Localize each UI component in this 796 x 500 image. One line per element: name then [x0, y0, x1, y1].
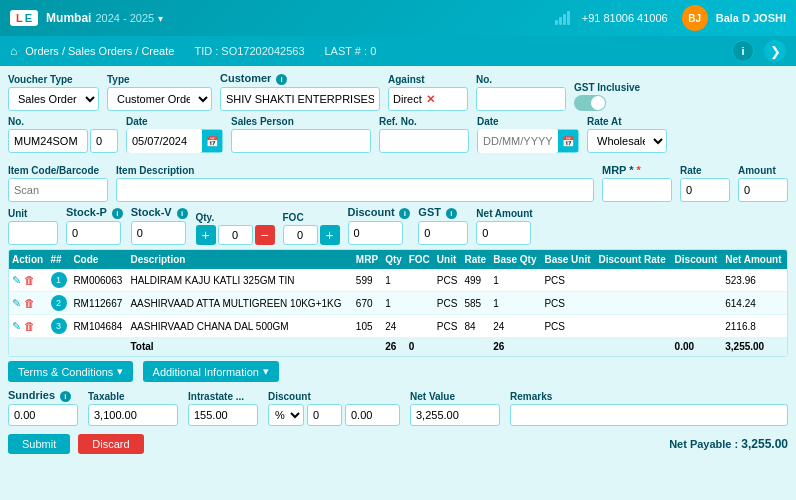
cell-foc	[406, 315, 434, 338]
help-button[interactable]: i	[732, 40, 754, 62]
col-desc: Description	[127, 250, 352, 269]
gst-inclusive-toggle[interactable]	[574, 95, 640, 111]
ref-no-label: Ref. No.	[379, 116, 469, 127]
item-desc-input[interactable]	[116, 178, 594, 202]
additional-label: Additional Information	[153, 366, 259, 378]
edit-button[interactable]: ✎	[12, 274, 21, 287]
cell-base-qty: 26	[490, 338, 541, 356]
calendar-icon[interactable]: 📅	[202, 130, 222, 152]
remarks-label: Remarks	[510, 391, 788, 402]
delete-button[interactable]: 🗑	[24, 274, 35, 286]
stock-p-info-icon[interactable]: i	[112, 208, 123, 219]
gst-info-icon[interactable]: i	[446, 208, 457, 219]
ref-no-input[interactable]	[379, 129, 469, 153]
item-row-area: Item Code/Barcode 🔍 Item Description MRP…	[0, 164, 796, 202]
intrastate-input[interactable]	[188, 404, 258, 426]
col-qty: Qty	[382, 250, 406, 269]
sales-person-input[interactable]	[232, 130, 371, 152]
sundries-input[interactable]	[8, 404, 78, 426]
type-select[interactable]: Customer Order	[107, 87, 212, 111]
cell-base-unit: PCS	[541, 315, 595, 338]
calendar2-icon[interactable]: 📅	[558, 130, 578, 152]
next-button[interactable]: ❯	[764, 40, 786, 62]
cell-foc	[406, 292, 434, 315]
form-area: Voucher Type Sales Order Type Customer O…	[0, 66, 796, 164]
cell-base-unit	[541, 338, 595, 356]
date2-field[interactable]	[478, 129, 558, 153]
discount-num-input[interactable]	[307, 404, 342, 426]
remarks-input[interactable]	[510, 404, 788, 426]
stock-p-input[interactable]	[66, 221, 121, 245]
edit-button[interactable]: ✎	[12, 297, 21, 310]
stock-v-input[interactable]	[131, 221, 186, 245]
against-label: Against	[388, 74, 468, 85]
branch-chevron-icon[interactable]: ▾	[158, 13, 163, 24]
discount-info-icon[interactable]: i	[399, 208, 410, 219]
amount-input[interactable]	[738, 178, 788, 202]
against-select[interactable]: Direct ✕	[388, 87, 468, 111]
home-icon[interactable]: ⌂	[10, 44, 17, 58]
mrp-input[interactable]	[603, 179, 672, 201]
additional-info-button[interactable]: Additional Information ▾	[143, 361, 279, 382]
voucher-type-group: Voucher Type Sales Order	[8, 74, 99, 111]
gst-item-input[interactable]	[418, 221, 468, 245]
cell-unit	[434, 338, 462, 356]
gst-item-group: GST i	[418, 206, 468, 245]
taxable-group: Taxable	[88, 391, 178, 426]
rate-input[interactable]	[680, 178, 730, 202]
scan-input[interactable]	[9, 179, 108, 201]
cell-base-qty: 1	[490, 292, 541, 315]
discount-item-input[interactable]	[348, 221, 403, 245]
row-number: 2	[51, 295, 67, 311]
no2-input[interactable]	[8, 129, 88, 153]
terms-conditions-button[interactable]: Terms & Conditions ▾	[8, 361, 133, 382]
intrastate-label: Intrastate ...	[188, 391, 258, 402]
delete-button[interactable]: 🗑	[24, 320, 35, 332]
no2-num-input[interactable]	[90, 129, 118, 153]
unit-input[interactable]	[8, 221, 58, 245]
table-row: Total 26 0 26 0.00 3,255.00	[9, 338, 787, 356]
delete-button[interactable]: 🗑	[24, 297, 35, 309]
customer-input[interactable]	[220, 87, 380, 111]
qty-minus-button[interactable]: −	[255, 225, 275, 245]
net-amount-item-input[interactable]	[476, 221, 531, 245]
net-value-input[interactable]	[410, 404, 500, 426]
foc-input[interactable]	[283, 225, 318, 245]
qty-input[interactable]	[218, 225, 253, 245]
col-foc: FOC	[406, 250, 434, 269]
rate-at-select[interactable]: Wholesale	[587, 129, 667, 153]
discount-group: Discount % ₹	[268, 391, 400, 426]
sundries-info-icon[interactable]: i	[60, 391, 71, 402]
submit-button[interactable]: Submit	[8, 434, 70, 454]
item-desc-label: Item Description	[116, 165, 594, 176]
items-table: Action ## Code Description MRP Qty FOC U…	[9, 250, 787, 356]
user-name: Bala D JOSHI	[716, 12, 786, 24]
cell-rate	[461, 338, 490, 356]
item-code-label: Item Code/Barcode	[8, 165, 108, 176]
taxable-input[interactable]	[88, 404, 178, 426]
no-input[interactable]	[477, 88, 566, 110]
discard-button[interactable]: Discard	[78, 434, 143, 454]
discount-type-select[interactable]: % ₹	[268, 404, 304, 426]
edit-button[interactable]: ✎	[12, 320, 21, 333]
stock-v-info-icon[interactable]: i	[177, 208, 188, 219]
cell-foc: 0	[406, 338, 434, 356]
taxable-label: Taxable	[88, 391, 178, 402]
date-label: Date	[126, 116, 223, 127]
against-clear-icon[interactable]: ✕	[426, 93, 435, 106]
type-group: Type Customer Order	[107, 74, 212, 111]
foc-label: FOC	[283, 212, 340, 223]
voucher-type-select[interactable]: Sales Order	[8, 87, 99, 111]
date-field[interactable]	[127, 129, 202, 153]
date-input[interactable]: 📅	[126, 129, 223, 153]
qty-plus-button[interactable]: +	[196, 225, 216, 245]
cell-num: 1	[48, 269, 71, 292]
discount-value-input[interactable]	[345, 404, 400, 426]
cell-qty: 1	[382, 269, 406, 292]
voucher-type-label: Voucher Type	[8, 74, 99, 85]
terms-label: Terms & Conditions	[18, 366, 113, 378]
customer-info-icon[interactable]: i	[276, 74, 287, 85]
cell-rate: 585	[461, 292, 490, 315]
stock-p-group: Stock-P i	[66, 206, 123, 245]
foc-plus-button[interactable]: +	[320, 225, 340, 245]
